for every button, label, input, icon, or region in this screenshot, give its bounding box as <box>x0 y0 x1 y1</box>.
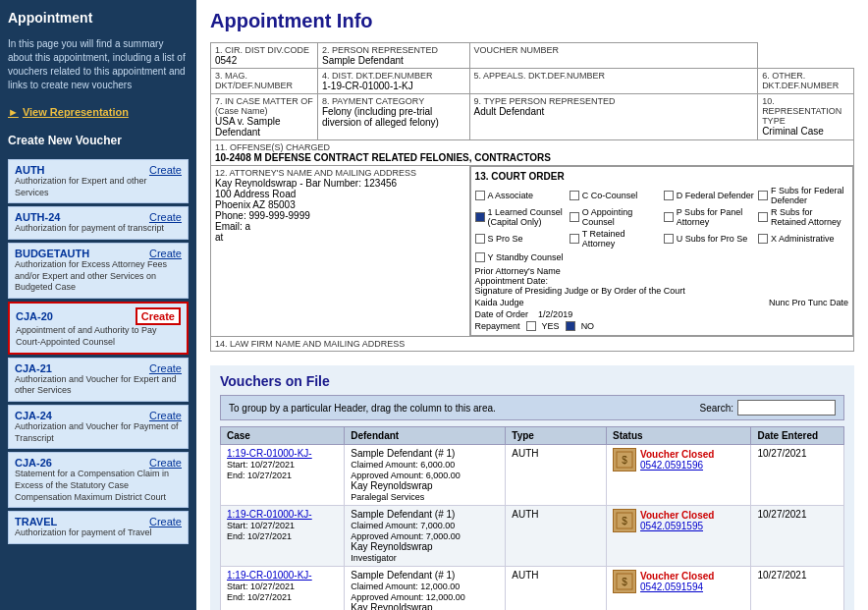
status-icon: $ <box>613 570 636 593</box>
voucher-number-link[interactable]: 0542.0591596 <box>640 460 703 471</box>
case-link[interactable]: 1:19-CR-01000-KJ- <box>227 570 312 581</box>
case-link[interactable]: 1:19-CR-01000-KJ- <box>227 509 312 520</box>
repayment-no-checkbox[interactable] <box>566 321 575 331</box>
cell-date: 10/27/2021 <box>751 506 844 567</box>
col-header-type[interactable]: Type <box>506 427 607 445</box>
sidebar: Appointment In this page you will find a… <box>0 0 196 610</box>
voucher-desc-cja-21: Authorization and Voucher for Expert and… <box>15 374 182 397</box>
defendant-details: Claimed Amount: 6,000.00 Approved Amount… <box>351 460 461 480</box>
voucher-name-cja-20: CJA-20 <box>16 310 53 322</box>
court-order-cb[interactable] <box>758 234 768 244</box>
col-header-date-entered[interactable]: Date Entered <box>751 427 844 445</box>
sidebar-voucher-cja-21[interactable]: CJA-21 Create Authorization and Voucher … <box>8 358 189 402</box>
field-voucher-number: VOUCHER NUMBER <box>469 43 758 69</box>
table-row: 1:19-CR-01000-KJ-Start: 10/27/2021 End: … <box>221 445 844 506</box>
table-row: 1:19-CR-01000-KJ-Start: 10/27/2021 End: … <box>221 506 844 567</box>
court-order-checkbox-row: T Retained Attorney <box>570 229 660 249</box>
case-link[interactable]: 1:19-CR-01000-KJ- <box>227 448 312 459</box>
voucher-desc-travel: Authorization for payment of Travel <box>15 527 182 539</box>
sidebar-voucher-auth[interactable]: AUTH Create Authorization for Expert and… <box>8 159 189 203</box>
col-header-defendant[interactable]: Defendant <box>345 427 506 445</box>
sidebar-voucher-travel[interactable]: TRAVEL Create Authorization for payment … <box>8 511 189 544</box>
voucher-desc-auth: Authorization for Expert and other Servi… <box>15 176 182 198</box>
court-order-checkbox-row: F Subs for Federal Defender <box>758 186 848 205</box>
voucher-name-budgetauth: BUDGETAUTH <box>15 248 89 259</box>
court-order-checkbox-row: C Co-Counsel <box>570 186 660 205</box>
case-dates: Start: 10/27/2021 End: 10/27/2021 <box>227 460 295 480</box>
create-new-voucher-header: Create New Voucher <box>8 134 189 147</box>
voucher-number-link[interactable]: 0542.0591594 <box>640 582 703 592</box>
voucher-list: AUTH Create Authorization for Expert and… <box>8 159 189 547</box>
voucher-create-auth-24[interactable]: Create <box>149 211 182 223</box>
field-law-firm: 14. LAW FIRM NAME AND MAILING ADDRESS <box>211 337 854 352</box>
voucher-desc-cja-20: Appointment of and Authority to Pay Cour… <box>16 325 181 348</box>
court-order-cb[interactable] <box>475 191 485 200</box>
voucher-create-budgetauth[interactable]: Create <box>149 248 182 259</box>
court-order-checkbox-row: O Appointing Counsel <box>570 207 660 227</box>
rep-role: Investigator <box>351 553 397 563</box>
sidebar-voucher-budgetauth[interactable]: BUDGETAUTH Create Authorization for Exce… <box>8 243 189 299</box>
table-row: 1:19-CR-01000-KJ-Start: 10/27/2021 End: … <box>221 567 844 611</box>
signature-value: Kaida Judge <box>475 298 524 307</box>
voucher-create-cja-21[interactable]: Create <box>149 362 182 374</box>
court-order-cb[interactable] <box>475 212 485 222</box>
voucher-create-cja-20[interactable]: Create <box>136 307 181 325</box>
court-order-cb[interactable] <box>475 234 485 244</box>
court-order-box: 13. COURT ORDER A AssociateC Co-CounselD… <box>470 166 853 336</box>
main-content: Appointment Info 1. CIR. DIST DIV.CODE 0… <box>196 0 868 610</box>
sidebar-voucher-cja-20[interactable]: CJA-20 Create Appointment of and Authori… <box>8 302 189 354</box>
voucher-create-auth[interactable]: Create <box>149 164 182 176</box>
voucher-create-travel[interactable]: Create <box>149 516 182 527</box>
cell-defendant: Sample Defendant (# 1)Claimed Amount: 12… <box>345 567 506 611</box>
court-order-cb[interactable] <box>570 212 579 222</box>
date-order-label: Date of Order <box>475 309 529 319</box>
court-order-cb[interactable] <box>664 212 674 222</box>
rep-role: Paralegal Services <box>351 492 424 502</box>
col-header-status[interactable]: Status <box>607 427 751 445</box>
view-representation-label: View Representation <box>23 106 129 118</box>
court-order-cb[interactable] <box>758 212 768 222</box>
court-order-cb[interactable] <box>758 191 768 200</box>
status-badge: $ Voucher Closed 0542.0591595 <box>613 509 744 532</box>
court-order-cb-label: P Subs for Panel Attorney <box>677 207 754 227</box>
court-order-cb[interactable] <box>664 191 674 200</box>
group-bar: To group by a particular Header, drag th… <box>220 395 844 420</box>
court-order-cb[interactable] <box>570 234 579 244</box>
sidebar-voucher-cja-26[interactable]: CJA-26 Create Statement for a Compensati… <box>8 452 189 508</box>
cell-defendant: Sample Defendant (# 1)Claimed Amount: 7,… <box>345 506 506 567</box>
sidebar-voucher-cja-24[interactable]: CJA-24 Create Authorization and Voucher … <box>8 405 189 449</box>
y-standby: Y Standby Counsel <box>475 252 848 262</box>
group-hint: To group by a particular Header, drag th… <box>229 403 496 414</box>
repayment-no-label: NO <box>581 321 595 331</box>
defendant-details: Claimed Amount: 12,000.00 Approved Amoun… <box>351 582 465 602</box>
court-order-title: 13. COURT ORDER <box>475 171 848 182</box>
arrow-icon: ► <box>8 106 19 118</box>
court-order-checkboxes: A AssociateC Co-CounselD Federal Defende… <box>475 186 848 249</box>
sidebar-voucher-auth-24[interactable]: AUTH-24 Create Authorization for payment… <box>8 206 189 240</box>
court-order-cb-label: U Subs for Pro Se <box>677 234 748 244</box>
search-input[interactable] <box>737 400 836 416</box>
svg-text:$: $ <box>622 516 627 527</box>
court-order-cb-label: T Retained Attorney <box>582 229 660 249</box>
court-order-cb-label: C Co-Counsel <box>582 191 638 200</box>
field-cir-dist: 1. CIR. DIST DIV.CODE 0542 <box>211 43 318 69</box>
view-representation-link[interactable]: ► View Representation <box>8 106 189 118</box>
col-header-case[interactable]: Case <box>221 427 345 445</box>
court-order-cb-label: S Pro Se <box>488 234 523 244</box>
y-standby-checkbox[interactable] <box>475 252 485 262</box>
court-order-cb[interactable] <box>570 191 579 200</box>
court-order-section: 13. COURT ORDER A AssociateC Co-CounselD… <box>469 166 853 337</box>
voucher-header-row: CaseDefendantTypeStatusDate Entered <box>221 427 844 445</box>
field-case-name: 7. IN CASE MATTER OF (Case Name) USA v. … <box>211 94 318 140</box>
court-order-checkbox-row: S Pro Se <box>475 229 566 249</box>
defendant-details: Claimed Amount: 7,000.00 Approved Amount… <box>351 521 461 541</box>
repayment-yes-checkbox[interactable] <box>526 321 536 331</box>
field-offenses: 11. OFFENSE(S) CHARGED 10-2408 M DEFENSE… <box>211 140 854 166</box>
voucher-create-cja-24[interactable]: Create <box>149 410 182 421</box>
court-order-cb[interactable] <box>664 234 674 244</box>
voucher-desc-cja-26: Statement for a Compensation Claim in Ex… <box>15 469 182 503</box>
voucher-number-link[interactable]: 0542.0591595 <box>640 521 703 531</box>
court-order-cb-label: O Appointing Counsel <box>582 207 660 227</box>
voucher-create-cja-26[interactable]: Create <box>149 457 182 469</box>
cell-case: 1:19-CR-01000-KJ-Start: 10/27/2021 End: … <box>221 506 345 567</box>
